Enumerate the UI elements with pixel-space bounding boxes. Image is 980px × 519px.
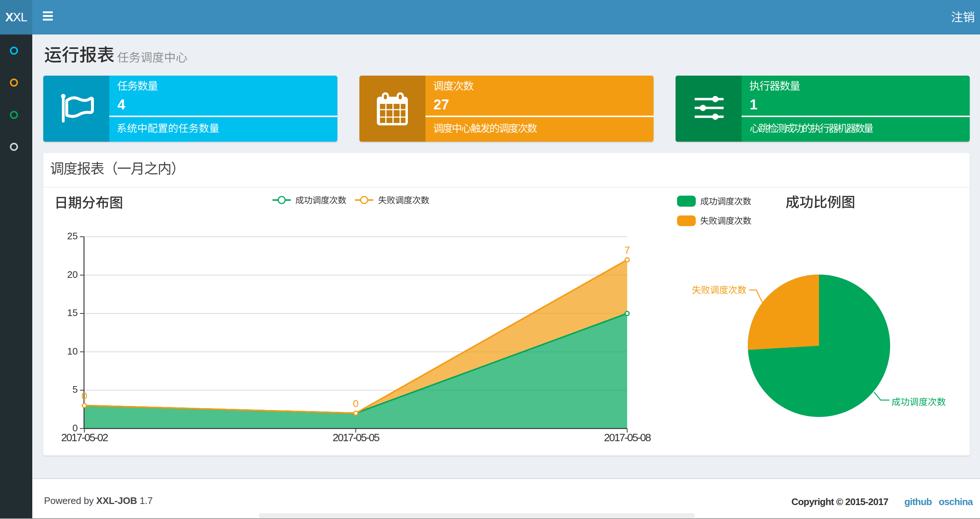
svg-text:15: 15 xyxy=(67,307,78,318)
svg-text:0: 0 xyxy=(353,398,359,409)
svg-text:5: 5 xyxy=(73,384,78,395)
svg-text:2017-05-05: 2017-05-05 xyxy=(332,432,379,443)
svg-text:2017-05-08: 2017-05-08 xyxy=(604,432,651,443)
svg-text:7: 7 xyxy=(624,244,630,256)
svg-text:25: 25 xyxy=(67,230,78,241)
svg-text:0: 0 xyxy=(81,390,87,402)
svg-text:10: 10 xyxy=(67,346,78,357)
svg-text:2017-05-02: 2017-05-02 xyxy=(61,432,108,443)
svg-text:20: 20 xyxy=(67,269,78,280)
